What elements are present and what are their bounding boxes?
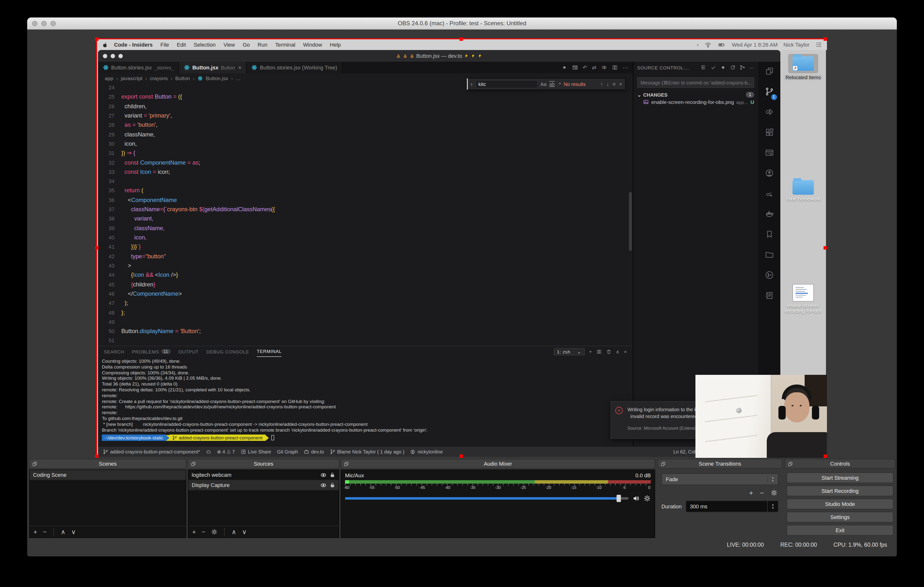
zoom-button[interactable] [51, 21, 56, 26]
menubar-user[interactable]: Nick Taylor [784, 42, 810, 48]
move-scene-down-button[interactable]: ∨ [71, 528, 76, 536]
settings-button[interactable]: Settings [787, 512, 893, 523]
vscode-titlebar[interactable]: Button.jsx — dev.to [98, 50, 780, 62]
exit-button[interactable]: Exit [787, 525, 893, 536]
transition-gear-icon[interactable] [771, 489, 777, 496]
split-terminal-icon[interactable] [596, 349, 602, 354]
close-find-icon[interactable]: × [619, 81, 622, 87]
close-tab-icon[interactable]: × [238, 64, 241, 70]
status-item[interactable]: added-crayons-button-preact-component* [103, 449, 200, 455]
new-terminal-icon[interactable]: + [589, 349, 592, 354]
menu-item-edit[interactable]: Edit [177, 42, 186, 48]
desktop-item-homework[interactable]: corie homework [780, 180, 826, 202]
battery-icon[interactable] [717, 41, 726, 48]
duration-input[interactable]: 300 ms ∧∨ [685, 501, 779, 512]
status-item[interactable]: Blame Nick Taylor ( 1 day ago ) [330, 449, 404, 455]
preview-icon[interactable] [572, 64, 578, 70]
find-previous-icon[interactable]: ↑ [600, 81, 603, 87]
menubar-clock[interactable]: Wed Apr 1 8:26 AM [732, 42, 778, 48]
status-item[interactable]: nickytonline [410, 449, 443, 455]
activity-icon-docker[interactable] [765, 209, 774, 220]
menu-item-file[interactable]: File [160, 42, 169, 48]
status-item[interactable]: Live Share [241, 449, 271, 455]
add-source-button[interactable]: + [192, 528, 196, 536]
gitlens-icon[interactable] [720, 64, 726, 70]
code-editor[interactable]: 2425export const Button = ({26 children,… [98, 83, 633, 346]
tab-button-stories[interactable]: Button.stories.jsx_stories_ [98, 62, 179, 73]
start-streaming-button[interactable]: Start Streaming [787, 473, 893, 483]
discard-icon[interactable]: ↶ [582, 64, 587, 71]
move-scene-up-button[interactable]: ∧ [61, 528, 65, 536]
breadcrumb-item[interactable]: javascript [121, 75, 142, 81]
panel-tab-terminal[interactable]: TERMINAL [257, 346, 282, 357]
breadcrumb-item[interactable]: Button [175, 75, 190, 81]
source-properties-gear-icon[interactable] [211, 529, 218, 535]
add-transition-button[interactable]: + [749, 489, 753, 497]
activity-icon-browser-preview[interactable] [765, 148, 774, 159]
obs-traffic-lights[interactable] [32, 21, 56, 26]
close-panel-icon[interactable]: × [624, 349, 627, 354]
mixer-gear-icon[interactable] [644, 495, 651, 502]
commit-message-input[interactable]: Message (⌘Enter to commit on 'added-cray… [637, 77, 754, 88]
status-item[interactable]: ⊗ 4 ⚠ 7 [217, 449, 235, 455]
gitlens-icon[interactable] [561, 64, 567, 70]
breadcrumb-item[interactable]: app [105, 75, 113, 81]
remove-transition-button[interactable]: − [760, 489, 764, 497]
view-as-tree-icon[interactable] [701, 64, 706, 70]
find-input[interactable]: kitc [475, 80, 538, 88]
menu-item-terminal[interactable]: Terminal [275, 42, 295, 48]
activity-icon-files[interactable] [765, 66, 774, 78]
activity-icon-source-control[interactable]: 1 [765, 87, 774, 98]
move-source-down-button[interactable]: ∨ [242, 528, 246, 536]
find-expand-icon[interactable]: › [471, 81, 472, 87]
terminal-shell-select[interactable]: 1: zsh⌄ [553, 348, 584, 355]
kill-terminal-icon[interactable] [606, 349, 612, 354]
activity-icon-github[interactable] [765, 169, 774, 180]
commit-icon[interactable] [711, 64, 716, 70]
move-source-up-button[interactable]: ∧ [231, 528, 236, 536]
menu-item-help[interactable]: Help [330, 42, 341, 48]
breadcrumb-item[interactable]: Button.jsx [206, 75, 228, 81]
close-button[interactable] [32, 21, 37, 26]
compare-icon[interactable]: ⇄ [592, 64, 596, 71]
minimize-button[interactable] [41, 21, 46, 26]
breadcrumb-item[interactable]: … [236, 75, 241, 81]
source-row-webcam[interactable]: logitech webcam [188, 470, 339, 480]
remove-source-button[interactable]: − [201, 528, 205, 536]
start-recording-button[interactable]: Start Recording [787, 486, 893, 496]
visibility-eye-icon[interactable] [320, 472, 327, 478]
regex-icon[interactable]: .* [558, 81, 561, 87]
terminal-output[interactable]: Counting objects: 100% (49/49), done.Del… [98, 357, 633, 434]
changes-section-header[interactable]: ⌄ CHANGES 1 [633, 92, 758, 98]
volume-slider-handle[interactable] [616, 495, 621, 502]
maximize-panel-icon[interactable]: ∧ [616, 349, 619, 354]
editor-scrollbar[interactable] [629, 192, 632, 251]
find-in-selection-icon[interactable]: ≡ [612, 81, 615, 87]
audio-mixer-header[interactable]: Audio Mixer [341, 459, 655, 468]
apple-menu-icon[interactable] [102, 41, 108, 48]
controls-header[interactable]: Controls [785, 459, 895, 468]
split-editor-icon[interactable] [612, 64, 618, 70]
find-next-icon[interactable]: ↓ [606, 81, 609, 87]
lock-icon[interactable] [330, 472, 335, 478]
obs-titlebar[interactable]: OBS 24.0.6 (mac) - Profile: test - Scene… [27, 18, 897, 30]
add-scene-button[interactable]: + [33, 528, 37, 536]
refresh-icon[interactable] [730, 64, 736, 70]
source-row-display-capture[interactable]: Display Capture [188, 480, 339, 490]
menu-item-view[interactable]: View [223, 42, 235, 48]
panel-tab-output[interactable]: OUTPUT [178, 349, 198, 354]
scenes-header[interactable]: Scenes [29, 459, 186, 468]
volume-slider[interactable] [345, 497, 629, 499]
git-graph-icon[interactable] [739, 64, 746, 70]
activity-icon-notebook[interactable] [765, 291, 774, 302]
activity-icon-project-manager[interactable] [765, 250, 774, 261]
status-item[interactable]: Git Graph [277, 449, 298, 455]
desktop-item-screenshot[interactable]: enable-screen-recording-for-obs [780, 284, 826, 314]
select-spinner[interactable]: ∧∨ [767, 476, 778, 482]
panel-tab-problems[interactable]: PROBLEMS11 [132, 349, 171, 354]
chevron-left-icon[interactable]: ‹ [697, 42, 699, 48]
wifi-icon[interactable] [705, 41, 711, 48]
desktop-item-relocated-items[interactable]: ➚ Relocated Items [780, 54, 826, 80]
menu-item-window[interactable]: Window [303, 42, 322, 48]
menu-item-code-insiders[interactable]: Code - Insiders [114, 42, 153, 48]
